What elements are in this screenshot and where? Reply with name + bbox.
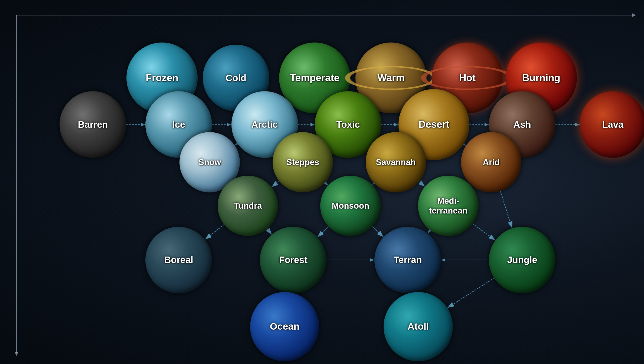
planet-label-boreal: Boreal xyxy=(164,255,193,265)
planet-label-lava: Lava xyxy=(602,119,624,130)
planet-label-barren: Barren xyxy=(78,119,108,130)
planet-circle-jungle: Jungle xyxy=(489,227,555,293)
planet-label-burning: Burning xyxy=(522,72,560,84)
planet-label-toxic: Toxic xyxy=(336,119,360,130)
temperature-axis xyxy=(16,15,633,15)
planet-circle-ocean: Ocean xyxy=(250,292,319,361)
planet-label-temperate: Temperate xyxy=(290,72,339,84)
planet-label-ice: Ice xyxy=(172,119,185,130)
planet-label-arid: Arid xyxy=(483,158,499,167)
planet-label-terran: Terran xyxy=(394,255,422,265)
planet-barren[interactable]: Barren xyxy=(60,91,126,158)
planet-circle-monsoon: Monsoon xyxy=(320,176,381,236)
planet-circle-barren: Barren xyxy=(60,91,126,158)
planet-circle-atoll: Atoll xyxy=(384,292,453,361)
planet-ocean[interactable]: Ocean xyxy=(250,292,319,361)
planet-label-snow: Snow xyxy=(198,158,221,167)
planet-circle-boreal: Boreal xyxy=(145,227,212,293)
planet-circle-terran: Terran xyxy=(374,227,441,293)
planet-label-warm: Warm xyxy=(377,72,405,84)
planet-forest[interactable]: Forest xyxy=(260,227,326,293)
planet-terran[interactable]: Terran xyxy=(374,227,441,293)
planet-label-frozen: Frozen xyxy=(146,72,178,84)
planet-label-tundra: Tundra xyxy=(234,201,262,211)
planet-jungle[interactable]: Jungle xyxy=(489,227,555,293)
planet-label-ocean: Ocean xyxy=(270,321,299,332)
planet-label-savannah: Savannah xyxy=(376,158,416,167)
planet-label-steppes: Steppes xyxy=(286,158,319,167)
planet-label-mediterranean: Medi-terranean xyxy=(429,196,468,216)
planet-label-monsoon: Monsoon xyxy=(332,201,369,211)
planet-monsoon[interactable]: Monsoon xyxy=(320,176,381,236)
planet-ring-hot xyxy=(421,66,514,90)
planet-label-ash: Ash xyxy=(514,119,531,130)
planet-atoll[interactable]: Atoll xyxy=(384,292,453,361)
planet-boreal[interactable]: Boreal xyxy=(145,227,212,293)
planet-label-jungle: Jungle xyxy=(507,255,537,265)
planet-label-desert: Desert xyxy=(419,119,449,130)
planet-ring-warm xyxy=(345,66,437,90)
planet-circle-lava: Lava xyxy=(580,91,644,158)
planet-label-hot: Hot xyxy=(459,72,476,84)
planet-label-forest: Forest xyxy=(279,255,308,265)
planet-circle-forest: Forest xyxy=(260,227,326,293)
planet-lava[interactable]: Lava xyxy=(580,91,644,158)
biodiversity-axis xyxy=(16,15,17,353)
planet-label-arctic: Arctic xyxy=(251,119,278,130)
svg-line-63 xyxy=(447,278,494,308)
planet-label-atoll: Atoll xyxy=(407,321,429,332)
planet-label-cold: Cold xyxy=(226,73,247,83)
svg-line-57 xyxy=(500,191,512,228)
